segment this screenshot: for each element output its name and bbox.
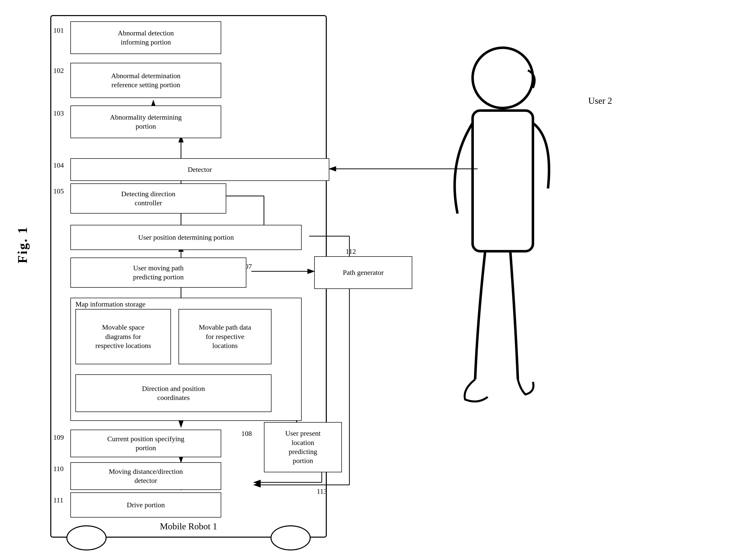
box-102: Abnormal determinationreference setting …: [70, 63, 221, 98]
box-106: User position determining portion: [70, 225, 302, 250]
box-110: Moving distance/directiondetector: [70, 462, 221, 490]
svg-rect-28: [473, 111, 533, 251]
ref-103: 103: [53, 109, 64, 117]
box-108: User presentlocationpredictingportion: [264, 422, 342, 472]
box-101: Abnormal detectioninforming portion: [70, 21, 221, 54]
user-label: User 2: [588, 95, 612, 106]
fig-label: Fig. 1: [15, 226, 30, 263]
wheel-left: [66, 525, 107, 550]
box-103: Abnormality determiningportion: [70, 106, 221, 138]
ref-101: 101: [53, 26, 64, 34]
box-movable-path: Movable path datafor respectivelocations: [178, 309, 271, 364]
ref-105: 105: [53, 187, 64, 195]
ref-111: 111: [53, 496, 63, 504]
box-movable-space: Movable spacediagrams forrespective loca…: [75, 309, 171, 364]
map-storage-label: Map information storage: [75, 300, 145, 308]
box-105: Detecting directioncontroller: [70, 183, 226, 214]
box-109: Current position specifyingportion: [70, 430, 221, 457]
ref-110: 110: [53, 465, 64, 473]
box-112: Path generator: [314, 256, 412, 289]
ref-104: 104: [53, 161, 64, 169]
ref-108: 108: [241, 430, 252, 438]
user-figure: [427, 38, 578, 490]
ref-102: 102: [53, 67, 64, 75]
wheel-right: [270, 525, 311, 550]
ref-109: 109: [53, 433, 64, 441]
box-104: Detector: [70, 158, 329, 181]
box-107: User moving pathpredicting portion: [70, 258, 246, 288]
robot-label: Mobile Robot 1: [160, 521, 217, 532]
box-direction-coords: Direction and positioncoordinates: [75, 374, 271, 412]
box-111: Drive portion: [70, 492, 221, 518]
svg-point-27: [473, 48, 533, 108]
ref-112: 112: [345, 247, 356, 256]
ref-113: 113: [317, 487, 327, 495]
